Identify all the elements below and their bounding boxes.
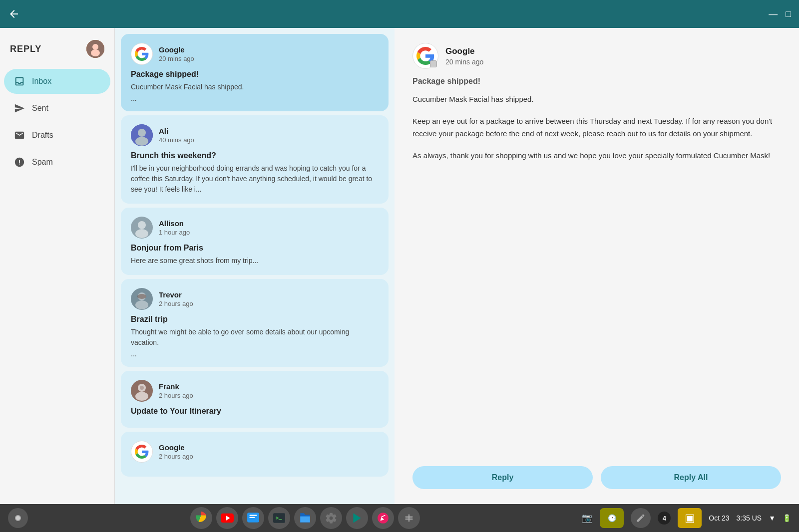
sidebar-item-inbox[interactable]: Inbox bbox=[4, 69, 110, 94]
sidebar-item-inbox-label: Inbox bbox=[32, 77, 51, 86]
drafts-icon bbox=[14, 130, 25, 141]
email-preview-1: Cucumber Mask Facial has shipped. bbox=[131, 82, 379, 92]
svg-point-28 bbox=[378, 513, 389, 524]
email-meta-1: Google 20 mins ago bbox=[159, 45, 194, 62]
taskbar-launcher[interactable] bbox=[8, 508, 28, 528]
camera-icon: 📷 bbox=[582, 513, 593, 524]
app-container: REPLY Inbox bbox=[0, 28, 799, 504]
email-card-1[interactable]: Google 20 mins ago Package shipped! Cucu… bbox=[121, 34, 389, 111]
inbox-icon bbox=[14, 76, 25, 87]
taskbar-display-icon[interactable]: ▣ bbox=[678, 508, 702, 528]
email-time-2: 40 mins ago bbox=[159, 136, 194, 144]
email-card-6[interactable]: Google 2 hours ago bbox=[121, 432, 389, 477]
svg-point-4 bbox=[138, 129, 146, 137]
email-avatar-1 bbox=[131, 43, 153, 65]
taskbar-chat[interactable] bbox=[242, 507, 264, 529]
email-meta-4: Trevor 2 hours ago bbox=[159, 290, 193, 307]
email-time-6: 2 hours ago bbox=[159, 453, 193, 460]
taskbar-more[interactable] bbox=[398, 507, 420, 529]
minimize-button[interactable]: — bbox=[769, 9, 778, 19]
detail-body-para1: Keep an eye out for a package to arrive … bbox=[412, 115, 781, 140]
email-preview-3: Here are some great shots from my trip..… bbox=[131, 256, 379, 266]
email-time-5: 2 hours ago bbox=[159, 392, 193, 399]
email-subject-4: Brazil trip bbox=[131, 315, 379, 324]
detail-meta: Google 20 mins ago bbox=[445, 46, 483, 66]
email-preview-4: Thought we might be able to go over some… bbox=[131, 327, 379, 348]
svg-point-1 bbox=[92, 44, 98, 50]
email-detail-panel: Google 20 mins ago Package shipped! Cucu… bbox=[395, 28, 799, 504]
detail-body-line1: Cucumber Mask Facial has shipped. bbox=[412, 93, 781, 106]
svg-point-12 bbox=[137, 294, 146, 299]
battery-icon: 🔋 bbox=[783, 514, 791, 522]
email-card-2[interactable]: Ali 40 mins ago Brunch this weekend? I'l… bbox=[121, 115, 389, 204]
svg-rect-31 bbox=[408, 514, 409, 522]
sidebar-item-drafts[interactable]: Drafts bbox=[4, 123, 110, 148]
email-subject-1: Package shipped! bbox=[131, 70, 379, 79]
sidebar-avatar bbox=[86, 40, 104, 58]
title-bar-controls: — □ bbox=[769, 9, 791, 19]
detail-sender: Google bbox=[445, 46, 483, 56]
spam-icon bbox=[14, 157, 25, 168]
email-preview-2: I'll be in your neighborhood doing erran… bbox=[131, 163, 379, 195]
title-bar: — □ bbox=[0, 0, 799, 28]
sidebar-nav: Inbox Sent Drafts bbox=[0, 68, 114, 176]
svg-point-11 bbox=[135, 300, 148, 309]
taskbar-settings[interactable] bbox=[320, 507, 342, 529]
svg-point-16 bbox=[140, 386, 144, 390]
email-card-3-header: Allison 1 hour ago bbox=[131, 217, 379, 239]
taskbar-files[interactable] bbox=[294, 507, 316, 529]
taskbar-clock-widget[interactable]: 🕐 bbox=[600, 508, 624, 528]
reply-all-button[interactable]: Reply All bbox=[601, 466, 781, 489]
email-ellipsis-1: ... bbox=[131, 94, 379, 102]
email-card-3[interactable]: Allison 1 hour ago Bonjour from Paris He… bbox=[121, 208, 389, 275]
email-card-4-header: Trevor 2 hours ago bbox=[131, 288, 379, 310]
svg-point-7 bbox=[138, 221, 146, 229]
sidebar-item-spam[interactable]: Spam bbox=[4, 150, 110, 175]
email-ellipsis-4: ... bbox=[131, 350, 379, 358]
network-icon: ▼ bbox=[769, 514, 776, 522]
email-sender-5: Frank bbox=[159, 382, 193, 391]
email-subject-5: Update to Your Itinerary bbox=[131, 407, 379, 416]
email-avatar-3 bbox=[131, 217, 153, 239]
email-time-3: 1 hour ago bbox=[159, 229, 190, 236]
taskbar-art[interactable] bbox=[372, 507, 394, 529]
email-sender-3: Allison bbox=[159, 219, 190, 228]
svg-point-2 bbox=[91, 49, 100, 56]
back-button[interactable] bbox=[8, 8, 20, 20]
taskbar-chrome[interactable] bbox=[190, 507, 212, 529]
email-meta-3: Allison 1 hour ago bbox=[159, 219, 190, 236]
email-avatar-5 bbox=[131, 380, 153, 402]
taskbar-youtube[interactable] bbox=[216, 507, 238, 529]
detail-subject: Package shipped! bbox=[412, 77, 781, 86]
taskbar-pen-icon[interactable] bbox=[631, 508, 651, 528]
svg-point-8 bbox=[135, 229, 148, 238]
email-subject-3: Bonjour from Paris bbox=[131, 244, 379, 253]
taskbar-terminal[interactable] bbox=[268, 507, 290, 529]
notification-badge[interactable]: 4 bbox=[658, 512, 671, 525]
email-card-4[interactable]: Trevor 2 hours ago Brazil trip Thought w… bbox=[121, 279, 389, 367]
detail-time: 20 mins ago bbox=[445, 58, 483, 66]
sidebar-item-sent[interactable]: Sent bbox=[4, 96, 110, 121]
email-sender-4: Trevor bbox=[159, 290, 193, 299]
sidebar-header: REPLY bbox=[0, 32, 114, 68]
svg-marker-27 bbox=[353, 513, 361, 523]
email-subject-2: Brunch this weekend? bbox=[131, 151, 379, 160]
sidebar: REPLY Inbox bbox=[0, 28, 115, 504]
email-card-5[interactable]: Frank 2 hours ago Update to Your Itinera… bbox=[121, 371, 389, 428]
taskbar-time: 3:35 US bbox=[737, 514, 762, 522]
sent-icon bbox=[14, 103, 25, 114]
maximize-button[interactable]: □ bbox=[786, 9, 791, 19]
taskbar-left bbox=[8, 508, 28, 528]
email-card-1-header: Google 20 mins ago bbox=[131, 43, 379, 65]
sidebar-item-sent-label: Sent bbox=[32, 104, 48, 113]
taskbar-play[interactable] bbox=[346, 507, 368, 529]
svg-point-5 bbox=[135, 137, 148, 146]
reply-button[interactable]: Reply bbox=[412, 466, 593, 489]
email-avatar-4 bbox=[131, 288, 153, 310]
svg-point-15 bbox=[135, 392, 148, 401]
email-meta-5: Frank 2 hours ago bbox=[159, 382, 193, 399]
email-avatar-2 bbox=[131, 124, 153, 146]
email-meta-6: Google 2 hours ago bbox=[159, 443, 193, 460]
email-card-2-header: Ali 40 mins ago bbox=[131, 124, 379, 146]
detail-body: Cucumber Mask Facial has shipped. Keep a… bbox=[412, 93, 781, 454]
